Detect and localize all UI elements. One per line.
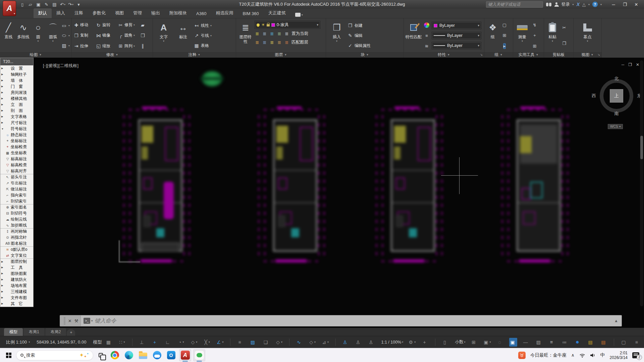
status-toggle[interactable] xyxy=(230,339,230,346)
restore-button[interactable]: ❐ xyxy=(619,1,631,8)
match-properties-button[interactable]: 特性匹配 xyxy=(406,20,422,51)
point-icon[interactable]: + xyxy=(533,33,536,38)
edge-icon[interactable] xyxy=(123,349,135,361)
sidebar-item[interactable]: ▶ 楼梯其他 xyxy=(0,96,33,102)
offset-button[interactable]: ∥ xyxy=(140,43,149,49)
annotation-monitor-3-icon[interactable]: ♙ xyxy=(368,338,376,347)
annotation-monitor-icon[interactable]: ♙ xyxy=(342,338,350,347)
panel-label-group[interactable]: 组▼ xyxy=(484,51,513,58)
status-toggle[interactable] xyxy=(435,339,435,346)
chevron-down-icon[interactable]: ▾ xyxy=(573,3,574,6)
insert-block-button[interactable]: ❒ 插入 ▾ xyxy=(328,20,346,51)
sidebar-item[interactable]: ☁ 绘制云线 xyxy=(0,216,33,222)
ribbon-tab[interactable]: 天正建筑 xyxy=(264,8,290,18)
object-color-select[interactable]: ByLayer ▾ xyxy=(432,22,481,29)
tab-layout2[interactable]: 布局2 xyxy=(45,328,66,336)
save-as-icon[interactable]: ✎ xyxy=(43,1,50,8)
layer-walk-icon[interactable]: ≣ xyxy=(255,40,260,45)
sidebar-item[interactable]: ▶ 图块图案 xyxy=(0,270,33,277)
cursor-list-icon[interactable]: ≔ xyxy=(561,338,569,347)
customize-quick-access-icon[interactable]: ▾ xyxy=(75,1,83,8)
tab-model[interactable]: 模型 xyxy=(4,328,23,336)
layer-select[interactable]: ☀ 0-家具 ▾ xyxy=(255,21,320,29)
lineweight-display-icon[interactable]: ≡ xyxy=(236,338,245,347)
speaker-icon[interactable] xyxy=(590,353,596,358)
ribbon-tab[interactable]: BIM 360 xyxy=(238,9,263,18)
command-input[interactable]: 键入命令 xyxy=(95,317,116,324)
command-history-toggle[interactable]: ▲ xyxy=(614,318,618,323)
viewport-controls[interactable]: [-][俯视][二维线框] xyxy=(43,63,79,69)
fillet-button[interactable]: ╭圆角▾ xyxy=(118,33,139,38)
sidebar-item[interactable]: ⌖ 坐标标注 xyxy=(0,138,33,144)
array-button[interactable]: ⊞阵列▾ xyxy=(118,43,139,49)
status-toggle[interactable] xyxy=(614,339,614,346)
chrome-icon[interactable] xyxy=(109,349,121,361)
line-button[interactable]: ╱ 直线 xyxy=(2,20,15,51)
sidebar-item[interactable]: ▶ 立 面 xyxy=(0,102,33,108)
move-button[interactable]: ✚移动 xyxy=(73,22,95,28)
panel-label-draw[interactable]: 绘图▼ xyxy=(0,51,71,58)
autocad-icon[interactable] xyxy=(179,349,191,361)
plot-status-icon[interactable]: ▤ xyxy=(600,338,608,347)
ribbon-tab[interactable]: 视图 xyxy=(110,8,128,18)
open-file-icon[interactable]: ▱ xyxy=(27,1,34,8)
units[interactable]: 小数 ▾ xyxy=(454,338,466,347)
dialog-launcher-icon[interactable]: ↘ xyxy=(597,53,600,56)
panel-label-utilities[interactable]: 实用工具▼ xyxy=(513,51,544,58)
doc-restore-button[interactable]: ❐ xyxy=(628,62,632,67)
wrench-icon[interactable]: ⚒ xyxy=(74,318,78,323)
sidebar-item[interactable]: ▶ 场地布置 xyxy=(0,283,33,289)
sidebar-item[interactable]: ▽ 标高标注 xyxy=(0,156,33,162)
undo-icon[interactable]: ↶ ▾ xyxy=(59,1,66,8)
tab-add-layout[interactable]: + xyxy=(67,329,75,336)
panel-label-properties[interactable]: 特性▼ ↘ xyxy=(404,51,484,58)
layer-unlock-icon[interactable]: ≣ xyxy=(277,40,282,45)
paste-button[interactable]: 粘贴 ▾ xyxy=(546,20,559,51)
annotation-monitor-2-icon[interactable]: ♙ xyxy=(355,338,363,347)
application-menu-button[interactable]: A ▾ xyxy=(3,1,16,16)
color-wheel-icon[interactable] xyxy=(424,22,429,28)
sidebar-item[interactable]: ↖ 箭头引注 xyxy=(0,174,33,180)
qq-browser-icon[interactable] xyxy=(151,349,163,361)
cut-icon[interactable]: ✂ xyxy=(562,25,566,30)
fullscreen-icon[interactable]: ▢ xyxy=(620,338,628,347)
sidebar-item[interactable]: ▶ 建筑防火 xyxy=(0,277,33,283)
dynamic-input-icon[interactable]: + xyxy=(151,338,159,347)
sidebar-item[interactable]: ⊟ 剖切符号 xyxy=(0,210,33,216)
plot-icon[interactable]: ▤ xyxy=(51,1,58,8)
sidebar-item[interactable]: ⌖ 坐标检查 xyxy=(0,144,33,150)
viewport-scrollbar[interactable] xyxy=(640,60,643,306)
layer-unisolate-icon[interactable]: ≣ xyxy=(262,40,267,45)
sidebar-item[interactable]: ▽ 标高检查 xyxy=(0,162,33,168)
sidebar-item[interactable]: AB 图名标注 xyxy=(0,240,33,246)
polar-tracking-icon[interactable]: ◔ ▾ xyxy=(177,338,185,347)
sidebar-item[interactable]: ▶ 其 它 xyxy=(0,301,33,307)
task-view-button[interactable] xyxy=(99,353,103,357)
help-search-input[interactable]: 键入关键字或短语 xyxy=(486,1,543,8)
sidebar-item[interactable]: ▽ 标高对齐 xyxy=(0,168,33,174)
layer-properties-button[interactable]: ≣ 图层特性 xyxy=(238,20,253,51)
a360-icon[interactable]: △ xyxy=(582,2,586,7)
lineweight-sample-icon[interactable]: — xyxy=(522,338,530,347)
panel-label-view[interactable]: 视图▼ ↘ xyxy=(574,51,601,58)
sidebar-item[interactable]: ▶ 房间屋顶 xyxy=(0,89,33,96)
erase-button[interactable]: ▰ xyxy=(140,22,149,28)
command-line[interactable]: ✕ ⚒ >_ ▾ 键入命令 ▲ xyxy=(60,315,622,326)
sign-in-button[interactable]: 登录 xyxy=(561,2,570,7)
doc-close-button[interactable]: ✕ xyxy=(636,62,639,67)
ellipse-button[interactable]: ⬭▾ xyxy=(61,32,70,40)
command-line-handle[interactable]: ✕ ⚒ xyxy=(60,315,81,326)
ribbon-tab[interactable]: 附加模块 xyxy=(165,8,192,18)
polyline-button[interactable]: ∿ 多段线 xyxy=(16,20,30,51)
ribbon-tab[interactable]: 精选应用 xyxy=(211,8,238,18)
drag-grip-icon[interactable] xyxy=(64,317,65,324)
ribbon-tab[interactable]: A360 xyxy=(192,9,211,18)
object-snap-icon[interactable]: ∠ ▾ xyxy=(216,338,224,347)
sidebar-item[interactable]: ▶ 轴网柱子 xyxy=(0,71,33,77)
sidebar-item[interactable]: ⇱ 做法标注 xyxy=(0,186,33,192)
sidebar-item[interactable]: ▶ 工 具 xyxy=(0,264,33,270)
sidebar-item[interactable]: ⊕ 索引图名 xyxy=(0,204,33,210)
edit-block-button[interactable]: ✎编辑 xyxy=(347,32,371,40)
sidebar-item[interactable]: ∿ 加折断线 xyxy=(0,222,33,228)
save-icon[interactable]: ▣ xyxy=(35,1,42,8)
